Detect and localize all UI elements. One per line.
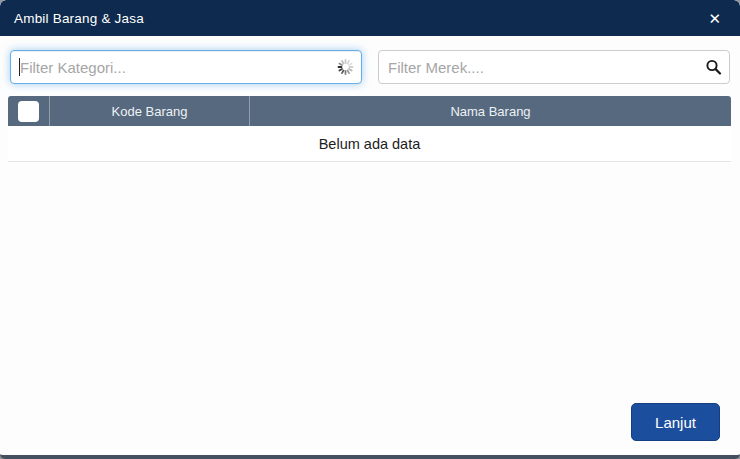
loading-spinner-icon — [337, 59, 354, 76]
ambil-barang-jasa-dialog: Ambil Barang & Jasa ✕ — [0, 0, 740, 459]
column-header-nama-barang: Nama Barang — [249, 96, 731, 126]
column-header-kode-barang: Kode Barang — [49, 96, 249, 126]
dialog-titlebar: Ambil Barang & Jasa ✕ — [0, 0, 740, 36]
close-icon[interactable]: ✕ — [705, 9, 724, 28]
text-caret — [19, 58, 20, 76]
filter-row — [0, 36, 740, 84]
filter-kategori-wrap — [10, 50, 362, 84]
filter-kategori-input[interactable] — [10, 50, 362, 84]
select-all-checkbox[interactable] — [18, 101, 39, 122]
continue-button[interactable]: Lanjut — [631, 403, 720, 441]
filter-merek-input[interactable] — [378, 50, 730, 84]
items-table: Kode Barang Nama Barang Belum ada data — [8, 96, 731, 162]
select-all-cell — [8, 96, 49, 126]
empty-state-message: Belum ada data — [8, 126, 731, 162]
table-header-row: Kode Barang Nama Barang — [8, 96, 731, 126]
filter-merek-wrap — [378, 50, 730, 84]
search-icon[interactable] — [705, 59, 722, 76]
dialog-title: Ambil Barang & Jasa — [14, 11, 705, 26]
